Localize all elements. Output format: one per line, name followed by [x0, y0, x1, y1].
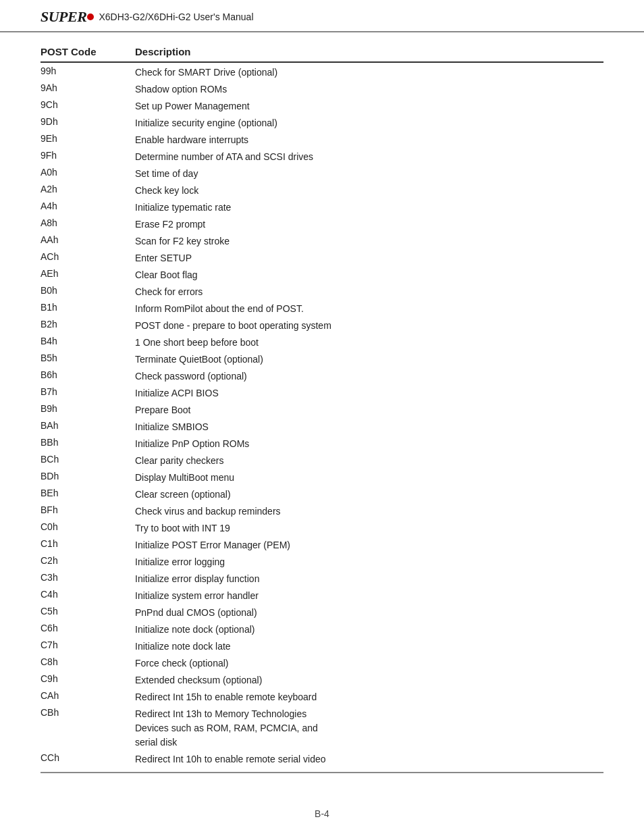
table-row: 9DhInitialize security engine (optional)	[41, 115, 603, 132]
table-row: CAhRedirect Int 15h to enable remote key…	[41, 689, 603, 706]
description-cell: Force check (optional)	[135, 656, 603, 671]
desc-line: Devices such as ROM, RAM, PCMCIA, and	[135, 721, 603, 735]
post-code-cell: A8h	[41, 217, 135, 228]
post-code-cell: C2h	[41, 555, 135, 566]
table-row: BDhDisplay MultiBoot menu	[41, 469, 603, 486]
description-cell: 1 One short beep before boot	[135, 336, 603, 350]
post-code-cell: C8h	[41, 656, 135, 667]
description-cell: Clear screen (optional)	[135, 488, 603, 502]
table-row: A0hSet time of day	[41, 165, 603, 182]
table-row: AEhClear Boot flag	[41, 267, 603, 284]
description-cell: Check virus and backup reminders	[135, 504, 603, 519]
table-row: C8hForce check (optional)	[41, 655, 603, 672]
post-code-cell: BAh	[41, 420, 135, 431]
table-row: C4hInitialize system error handler	[41, 588, 603, 604]
description-cell: Clear parity checkers	[135, 454, 603, 468]
post-code-cell: A2h	[41, 184, 135, 194]
post-code-cell: CBh	[41, 707, 135, 718]
post-code-cell: ACh	[41, 251, 135, 262]
description-cell: Terminate QuietBoot (optional)	[135, 353, 603, 367]
description-cell: Scan for F2 key stroke	[135, 234, 603, 249]
post-code-cell: B6h	[41, 369, 135, 380]
post-code-cell: B1h	[41, 302, 135, 313]
table-row: B9hPrepare Boot	[41, 402, 603, 419]
description-cell: PnPnd dual CMOS (optional)	[135, 606, 603, 620]
post-code-cell: C0h	[41, 521, 135, 532]
description-cell: Enable hardware interrupts	[135, 133, 603, 147]
post-code-cell: A4h	[41, 201, 135, 211]
post-code-cell: AEh	[41, 268, 135, 279]
table-row: C1hInitialize POST Error Manager (PEM)	[41, 537, 603, 554]
table-row: A2hCheck key lock	[41, 182, 603, 199]
description-cell: Initialize error logging	[135, 555, 603, 569]
table-row: B4h1 One short beep before boot	[41, 334, 603, 351]
description-cell: Check key lock	[135, 184, 603, 198]
post-code-cell: C7h	[41, 640, 135, 650]
page: SUPER X6DH3-G2/X6DHi-G2 User's Manual PO…	[0, 0, 644, 834]
description-cell: Initialize typematic rate	[135, 201, 603, 215]
post-code-cell: 99h	[41, 66, 135, 76]
table-row: 9EhEnable hardware interrupts	[41, 132, 603, 149]
description-cell: Display MultiBoot menu	[135, 471, 603, 485]
description-cell: Inform RomPilot about the end of POST.	[135, 302, 603, 316]
description-cell: Initialize PnP Option ROMs	[135, 437, 603, 451]
desc-line: serial disk	[135, 735, 603, 750]
table-row: C7hInitialize note dock late	[41, 638, 603, 655]
description-cell: Clear Boot flag	[135, 268, 603, 282]
description-cell: Initialize ACPI BIOS	[135, 386, 603, 400]
post-code-cell: BDh	[41, 471, 135, 481]
post-code-cell: A0h	[41, 167, 135, 178]
post-code-cell: B5h	[41, 353, 135, 363]
table-row: C3hInitialize error display function	[41, 571, 603, 588]
table-row: AChEnter SETUP	[41, 250, 603, 267]
table-row: B1hInform RomPilot about the end of POST…	[41, 301, 603, 317]
post-code-cell: C6h	[41, 623, 135, 633]
post-code-cell: CAh	[41, 690, 135, 701]
page-number: B-4	[315, 808, 329, 819]
table-row: BAhInitialize SMBIOS	[41, 419, 603, 436]
description-cell: Erase F2 prompt	[135, 217, 603, 232]
table-row: C2hInitialize error logging	[41, 554, 603, 571]
logo: SUPER	[41, 8, 95, 26]
post-code-cell: 9Ah	[41, 82, 135, 93]
table-row: B6hCheck password (optional)	[41, 368, 603, 385]
description-cell: Initialize note dock late	[135, 640, 603, 654]
col-desc-header: Description	[135, 46, 603, 57]
description-cell: Check for errors	[135, 285, 603, 299]
post-code-cell: B7h	[41, 386, 135, 397]
table-row: 9FhDetermine number of ATA and SCSI driv…	[41, 149, 603, 165]
description-cell: Set up Power Management	[135, 99, 603, 113]
post-code-cell: C9h	[41, 673, 135, 684]
table-row: B2hPOST done - prepare to boot operating…	[41, 317, 603, 334]
table-row: BBhInitialize PnP Option ROMs	[41, 436, 603, 452]
page-footer: B-4	[0, 800, 644, 825]
description-cell: Enter SETUP	[135, 251, 603, 265]
table-row: CChRedirect Int 10h to enable remote ser…	[41, 751, 603, 768]
table-row: 9AhShadow option ROMs	[41, 81, 603, 98]
post-code-cell: B9h	[41, 403, 135, 414]
table-row: BEhClear screen (optional)	[41, 486, 603, 503]
col-code-header: POST Code	[41, 46, 135, 57]
page-header: SUPER X6DH3-G2/X6DHi-G2 User's Manual	[0, 0, 644, 32]
post-code-cell: C1h	[41, 538, 135, 549]
post-code-cell: 9Ch	[41, 99, 135, 110]
post-code-cell: 9Dh	[41, 116, 135, 127]
table-row: B0hCheck for errors	[41, 284, 603, 301]
description-cell: Redirect Int 15h to enable remote keyboa…	[135, 690, 603, 704]
post-code-cell: BBh	[41, 437, 135, 448]
description-cell: Redirect Int 13h to Memory TechnologiesD…	[135, 707, 603, 750]
table-row: CBhRedirect Int 13h to Memory Technologi…	[41, 706, 603, 751]
table-body: 99hCheck for SMART Drive (optional)9AhSh…	[41, 64, 603, 768]
description-cell: POST done - prepare to boot operating sy…	[135, 319, 603, 333]
table-row: BFhCheck virus and backup reminders	[41, 503, 603, 520]
content-area: POST Code Description 99hCheck for SMART…	[0, 32, 644, 800]
desc-line: Redirect Int 13h to Memory Technologies	[135, 707, 603, 721]
post-code-cell: C4h	[41, 589, 135, 600]
description-cell: Extended checksum (optional)	[135, 673, 603, 687]
post-code-cell: 9Fh	[41, 150, 135, 161]
post-code-cell: BEh	[41, 488, 135, 498]
table-row: C6hInitialize note dock (optional)	[41, 621, 603, 638]
table-bottom-border	[41, 772, 603, 773]
description-cell: Initialize error display function	[135, 572, 603, 586]
table-row: 99hCheck for SMART Drive (optional)	[41, 64, 603, 81]
